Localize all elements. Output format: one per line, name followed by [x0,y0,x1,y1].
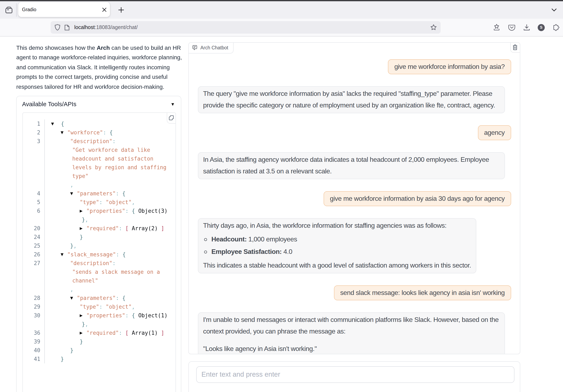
json-code-content: } [44,232,175,241]
line-number: 6 [23,206,44,215]
line-number [23,276,44,285]
json-code-content: ▼"slack_message": { [44,250,175,259]
line-number [23,267,44,276]
browser-tab-gradio[interactable]: Gradio [18,2,110,17]
collapse-triangle-icon[interactable]: ▼ [51,119,58,128]
json-code-content: , [44,180,175,189]
json-code-line: 40} [23,346,175,354]
json-code-line: headcount and satisfacton [23,154,175,163]
shield-icon[interactable] [54,24,61,31]
url-text[interactable]: localhost:18083/agent/chat/ [74,25,138,30]
line-number [23,145,44,154]
chat-message-bot: I'm unable to send messages or interact … [198,312,505,354]
json-code-line: 2▼"workforce": { [23,128,175,137]
json-code-line: 6▶"properties": { Object(3) [23,206,175,215]
url-path: :18083/agent/chat/ [95,25,138,30]
json-code-line: 29"type": "object", [23,302,175,311]
expand-triangle-icon[interactable]: ▶ [80,224,86,233]
chat-message-row: give me workforce information by asia 30… [198,191,511,206]
collapse-triangle-icon[interactable]: ▼ [61,250,67,259]
json-code-line: 30▶"properties": { Object(1) [23,311,175,320]
chat-message-bot: In Asia, the staffing agency workforce d… [198,152,505,179]
collapse-triangle-icon[interactable]: ▼ [61,128,67,137]
accordion-header[interactable]: Available Tools/APIs ▼ [17,96,181,112]
json-code-line: 4▼"parameters": { [23,189,175,198]
screen: Gradio [0,0,563,392]
json-code-content: "sends a slack message on a [44,267,175,276]
json-code-line: 36▶"required": [ Array(1) ] [23,328,175,337]
json-code-line: , [23,180,175,189]
json-code-line: 3"description": [23,137,175,145]
tab-close-button[interactable] [100,5,108,14]
chat-message-row: The query "give me workforce information… [198,86,511,113]
tools-accordion: Available Tools/APIs ▼ 1▼ {2▼"workforce"… [16,96,181,392]
json-code-line: 20▶"required": [ Array(2) ] [23,224,175,232]
json-code-content: ▼"workforce": { [44,128,175,137]
save-bookmark-icon[interactable] [493,24,500,31]
json-code-content: ▶"properties": { Object(1) [44,311,175,320]
gradio-app: This demo showcases how the Arch can be … [0,36,563,392]
collapse-triangle-icon[interactable]: ▼ [70,294,77,303]
line-number: 41 [23,354,44,363]
collapse-triangle-icon[interactable]: ▼ [70,189,77,198]
json-code-line: }, [23,320,175,328]
line-number: 36 [23,328,44,337]
json-code-content: } [44,337,175,346]
line-number [23,180,44,189]
chat-message-bot: The query "give me workforce information… [198,86,505,113]
chat-input[interactable] [196,366,514,383]
json-code-content: ▼ { [44,119,175,128]
line-number: 4 [23,189,44,198]
pocket-icon[interactable] [508,24,515,31]
json-code-line: 28▼"parameters": { [23,293,175,302]
line-number: 28 [23,293,44,302]
line-number [23,215,44,224]
json-code-line: 1▼ { [23,119,175,128]
line-number [23,154,44,163]
json-code-line: 5"type": "object", [23,198,175,206]
json-code-content: , [44,285,175,293]
page-info-icon[interactable] [64,24,70,30]
line-number: 26 [23,250,44,259]
clear-chat-button[interactable] [510,42,520,53]
downloads-icon[interactable] [523,24,530,31]
browser-toolbar-buttons: S [493,19,560,36]
extensions-puzzle-icon[interactable] [552,24,560,31]
chatbot-label: Arch Chatbot [189,42,234,53]
json-code-content: "description": [44,137,175,145]
line-number: 3 [23,137,44,145]
chat-message-user: give me workforce information by asia? [388,59,511,74]
json-code-content: ▶"properties": { Object(3) [44,206,175,215]
json-code-content: }, [44,320,175,328]
json-code-content: } [44,346,175,354]
list-all-tabs-button[interactable] [548,3,560,16]
json-code-line: 26▼"slack_message": { [23,250,175,259]
json-code-content: "Get workforce data like [44,145,175,154]
chat-message-user: give me workforce information by asia 30… [324,191,511,206]
copy-button[interactable] [167,112,176,123]
json-viewer: 1▼ {2▼"workforce": {3"description":"Get … [22,112,176,392]
line-number: 39 [23,337,44,346]
bookmark-star-icon[interactable] [430,24,437,31]
chat-message-row: I'm unable to send messages or interact … [198,312,511,354]
tabbar-separator [16,3,17,17]
address-bar[interactable]: localhost:18083/agent/chat/ [51,21,441,34]
account-avatar[interactable]: S [538,24,545,31]
line-number [23,320,44,328]
line-number: 29 [23,302,44,311]
expand-triangle-icon[interactable]: ▶ [80,207,86,215]
firefox-view-button[interactable] [2,3,15,17]
browser-tab-bar: Gradio [0,1,563,19]
chat-message-row: give me workforce information by asia? [198,59,511,74]
expand-triangle-icon[interactable]: ▶ [80,329,86,337]
chat-bubble-icon [192,45,197,51]
plus-icon [118,7,124,13]
json-code-line: , [23,285,175,293]
json-code-content: ▼"parameters": { [44,189,175,198]
line-number: 24 [23,232,44,241]
expand-triangle-icon[interactable]: ▶ [80,311,86,320]
new-tab-button[interactable] [115,3,127,16]
json-code-content: "type": "object", [44,198,175,206]
json-code-line: levels by region and staffing [23,163,175,172]
json-code[interactable]: 1▼ {2▼"workforce": {3"description":"Get … [23,113,175,363]
